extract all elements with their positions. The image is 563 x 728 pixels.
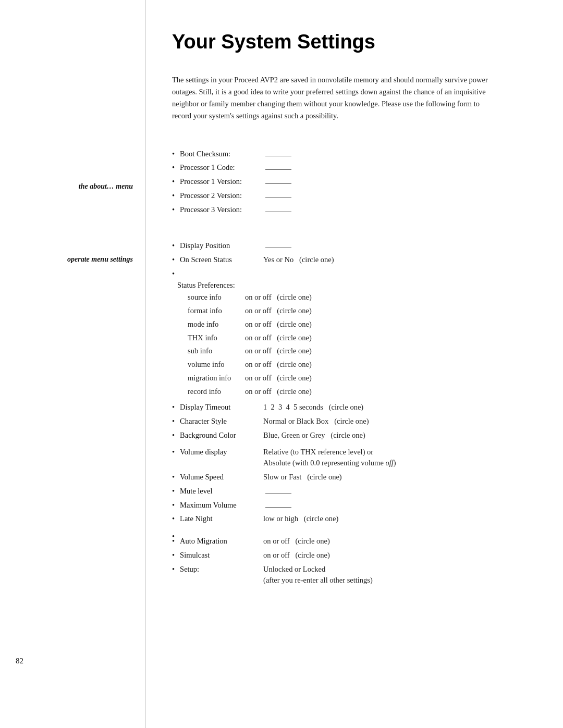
sub-value: on or off (circle one) xyxy=(245,319,312,330)
sub-item-sub: sub info on or off (circle one) xyxy=(188,346,312,357)
sub-item-source: source info on or off (circle one) xyxy=(188,292,312,303)
left-margin: the about… menu operate menu settings 82 xyxy=(0,0,146,728)
list-item: Boot Checksum: xyxy=(172,149,532,160)
sidebar-about-label: the about… menu xyxy=(79,182,145,191)
sub-label: source info xyxy=(188,292,245,303)
sub-value: on or off (circle one) xyxy=(245,359,312,371)
sub-item-format: format info on or off (circle one) xyxy=(188,305,312,317)
item-value: Normal or Black Box (circle one) xyxy=(263,416,369,427)
item-label: Display Timeout xyxy=(180,402,263,413)
item-value xyxy=(263,486,291,497)
list-item-character-style: Character Style Normal or Black Box (cir… xyxy=(172,416,532,427)
item-label: Mute level xyxy=(180,486,263,497)
item-value xyxy=(263,176,291,188)
item-label: Volume Speed xyxy=(180,472,263,483)
sub-item-volume: volume info on or off (circle one) xyxy=(188,359,312,371)
page-number: 82 xyxy=(16,657,23,665)
list-item: Processor 3 Version: xyxy=(172,204,532,216)
setup-line1: Unlocked or Locked xyxy=(263,564,373,575)
item-value xyxy=(263,500,291,511)
item-value xyxy=(263,204,291,216)
list-item-simulcast: Simulcast on or off (circle one) xyxy=(172,550,532,561)
item-value: on or off (circle one) xyxy=(263,536,330,547)
main-content: Your System Settings The settings in you… xyxy=(146,0,563,728)
sub-value: on or off (circle one) xyxy=(245,373,312,384)
item-label: Display Position xyxy=(180,240,263,252)
item-label: Processor 1 Code: xyxy=(180,162,263,174)
sub-label: THX info xyxy=(188,332,245,344)
item-label: Processor 2 Version: xyxy=(180,190,263,202)
sub-item-mode: mode info on or off (circle one) xyxy=(188,319,312,330)
sub-label: migration info xyxy=(188,373,245,384)
sub-value: on or off (circle one) xyxy=(245,305,312,317)
item-label: Status Preferences: xyxy=(177,280,235,291)
list-item-on-screen-status: On Screen Status Yes or No (circle one) xyxy=(172,254,532,266)
item-label: Processor 1 Version: xyxy=(180,176,263,188)
sidebar-operate-label: operate menu settings xyxy=(67,255,145,264)
item-value: 1 2 3 4 5 seconds (circle one) xyxy=(263,402,363,413)
item-value xyxy=(263,149,291,160)
list-item-auto-migration: Auto Migration on or off (circle one) xyxy=(172,536,532,547)
item-label: Maximum Volume xyxy=(180,500,263,511)
list-item-volume-display: Volume display Relative (to THX referenc… xyxy=(172,447,532,470)
list-item-mute-level: Mute level xyxy=(172,486,532,497)
list-item-setup: Setup: Unlocked or Locked (after you re-… xyxy=(172,564,532,587)
item-value: low or high (circle one) xyxy=(263,513,338,525)
list-item: Processor 1 Code: xyxy=(172,162,532,174)
volume-display-line1: Relative (to THX reference level) or xyxy=(263,447,396,458)
sub-label: record info xyxy=(188,386,245,398)
item-label: Volume display xyxy=(180,447,263,458)
item-label: Boot Checksum: xyxy=(180,149,263,160)
about-menu-list: Boot Checksum: Processor 1 Code: Process… xyxy=(172,149,532,216)
item-label: On Screen Status xyxy=(180,254,263,266)
status-sub-items: source info on or off (circle one) forma… xyxy=(188,292,312,399)
list-item: Processor 2 Version: xyxy=(172,190,532,202)
page-title: Your System Settings xyxy=(172,31,532,53)
sub-label: volume info xyxy=(188,359,245,371)
item-label: Background Color xyxy=(180,430,263,441)
list-item-display-position: Display Position xyxy=(172,240,532,252)
item-label: Character Style xyxy=(180,416,263,427)
item-label: Setup: xyxy=(180,564,263,575)
list-item-volume-speed: Volume Speed Slow or Fast (circle one) xyxy=(172,472,532,483)
sub-label: format info xyxy=(188,305,245,317)
list-item-display-timeout: Display Timeout 1 2 3 4 5 seconds (circl… xyxy=(172,402,532,413)
item-value: Slow or Fast (circle one) xyxy=(263,472,342,483)
volume-display-line2: Absolute (with 0.0 representing volume o… xyxy=(263,458,396,469)
list-item-spacer xyxy=(172,531,532,533)
item-value: Yes or No (circle one) xyxy=(263,254,334,266)
list-item: Processor 1 Version: xyxy=(172,176,532,188)
item-value: Blue, Green or Grey (circle one) xyxy=(263,430,365,441)
item-label: Auto Migration xyxy=(180,536,263,547)
sub-item-record: record info on or off (circle one) xyxy=(188,386,312,398)
sub-value: on or off (circle one) xyxy=(245,386,312,398)
item-value xyxy=(263,240,291,252)
page: the about… menu operate menu settings 82… xyxy=(0,0,563,728)
sub-item-migration: migration info on or off (circle one) xyxy=(188,373,312,384)
item-value: Unlocked or Locked (after you re-enter a… xyxy=(263,564,373,587)
item-value: Relative (to THX reference level) or Abs… xyxy=(263,447,396,470)
list-item-late-night: Late Night low or high (circle one) xyxy=(172,513,532,525)
list-item-background-color: Background Color Blue, Green or Grey (ci… xyxy=(172,430,532,441)
setup-line2: (after you re-enter all other settings) xyxy=(263,575,373,586)
about-menu-section: Boot Checksum: Processor 1 Code: Process… xyxy=(172,149,532,216)
item-value xyxy=(263,162,291,174)
sub-value: on or off (circle one) xyxy=(245,292,312,303)
item-label: Processor 3 Version: xyxy=(180,204,263,216)
item-label: Late Night xyxy=(180,513,263,525)
item-value: on or off (circle one) xyxy=(263,550,330,561)
item-value xyxy=(263,190,291,202)
intro-paragraph: The settings in your Proceed AVP2 are sa… xyxy=(172,74,495,122)
list-item-status-preferences: Status Preferences: source info on or of… xyxy=(172,268,532,400)
list-item-maximum-volume: Maximum Volume xyxy=(172,500,532,511)
item-label: Simulcast xyxy=(180,550,263,561)
operate-menu-list: Display Position On Screen Status Yes or… xyxy=(172,240,532,586)
sub-label: mode info xyxy=(188,319,245,330)
sub-value: on or off (circle one) xyxy=(245,346,312,357)
sub-item-thx: THX info on or off (circle one) xyxy=(188,332,312,344)
operate-menu-section: Display Position On Screen Status Yes or… xyxy=(172,240,532,586)
sub-label: sub info xyxy=(188,346,245,357)
sub-value: on or off (circle one) xyxy=(245,332,312,344)
